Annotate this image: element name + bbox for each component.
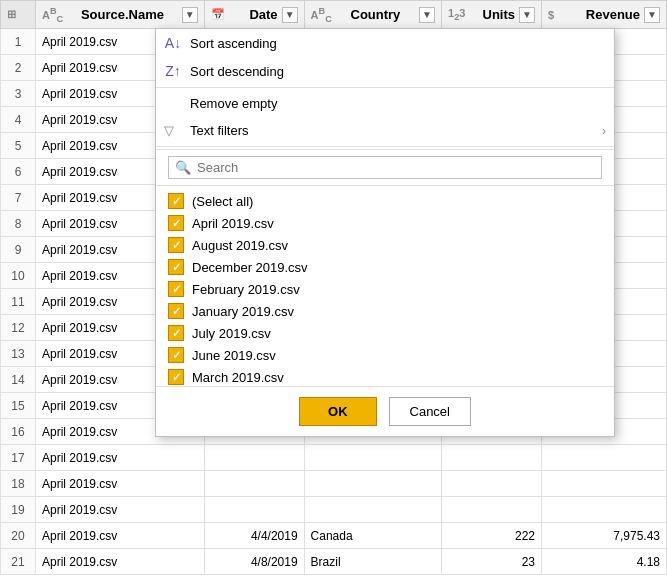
list-item[interactable]: April 2019.csv — [156, 212, 614, 234]
row-number: 18 — [1, 471, 36, 497]
select-all-item[interactable]: (Select all) — [156, 190, 614, 212]
table-row: 17 April 2019.csv — [1, 445, 667, 471]
list-item-label: February 2019.csv — [192, 282, 300, 297]
list-item-label: January 2019.csv — [192, 304, 294, 319]
source-name-label: Source.Name — [67, 7, 177, 22]
country-cell: Brazil — [304, 549, 441, 575]
country-header: ABC Country ▼ — [304, 1, 441, 29]
date-cell — [204, 445, 304, 471]
country-label: Country — [336, 7, 415, 22]
sort-descending-item[interactable]: Z↑ Sort descending — [156, 57, 614, 85]
units-cell — [442, 497, 542, 523]
sort-ascending-icon: A↓ — [164, 35, 182, 51]
divider-2 — [156, 146, 614, 147]
checkbox-list: (Select all) April 2019.csv August 2019.… — [156, 186, 614, 386]
revenue-cell — [542, 497, 667, 523]
source-type-icon: ABC — [42, 6, 63, 24]
search-input[interactable] — [197, 160, 595, 175]
source-cell: April 2019.csv — [35, 497, 204, 523]
select-all-checkbox[interactable] — [168, 193, 184, 209]
checkbox[interactable] — [168, 303, 184, 319]
search-container: 🔍 — [156, 149, 614, 186]
country-cell — [304, 497, 441, 523]
row-number: 4 — [1, 107, 36, 133]
table-row: 20 April 2019.csv 4/4/2019 Canada 222 7,… — [1, 523, 667, 549]
date-cell — [204, 497, 304, 523]
row-number: 19 — [1, 497, 36, 523]
text-filters-label: Text filters — [190, 123, 594, 138]
row-number: 8 — [1, 211, 36, 237]
select-all-label: (Select all) — [192, 194, 253, 209]
table-row: 19 April 2019.csv — [1, 497, 667, 523]
checkbox[interactable] — [168, 325, 184, 341]
row-num-header: ⊞ — [1, 1, 36, 29]
row-number: 16 — [1, 419, 36, 445]
row-number: 9 — [1, 237, 36, 263]
list-item-label: July 2019.csv — [192, 326, 271, 341]
revenue-header: $ Revenue ▼ — [542, 1, 667, 29]
date-filter-button[interactable]: ▼ — [282, 7, 298, 23]
sort-descending-label: Sort descending — [190, 64, 284, 79]
units-filter-button[interactable]: ▼ — [519, 7, 535, 23]
list-item[interactable]: January 2019.csv — [156, 300, 614, 322]
list-item-label: June 2019.csv — [192, 348, 276, 363]
row-number: 20 — [1, 523, 36, 549]
list-item-label: March 2019.csv — [192, 370, 284, 385]
sort-ascending-item[interactable]: A↓ Sort ascending — [156, 29, 614, 57]
revenue-label: Revenue — [558, 7, 640, 22]
list-item[interactable]: March 2019.csv — [156, 366, 614, 386]
date-label: Date — [229, 7, 278, 22]
table-row: 21 April 2019.csv 4/8/2019 Brazil 23 4.1… — [1, 549, 667, 575]
row-number: 13 — [1, 341, 36, 367]
cancel-button[interactable]: Cancel — [389, 397, 471, 426]
checkbox[interactable] — [168, 259, 184, 275]
list-item[interactable]: February 2019.csv — [156, 278, 614, 300]
units-header: 123 Units ▼ — [442, 1, 542, 29]
list-item[interactable]: August 2019.csv — [156, 234, 614, 256]
source-filter-button[interactable]: ▼ — [182, 7, 198, 23]
row-number: 2 — [1, 55, 36, 81]
checkbox[interactable] — [168, 369, 184, 385]
source-cell: April 2019.csv — [35, 445, 204, 471]
date-cell: 4/8/2019 — [204, 549, 304, 575]
source-cell: April 2019.csv — [35, 471, 204, 497]
units-cell: 23 — [442, 549, 542, 575]
checkbox[interactable] — [168, 281, 184, 297]
list-item-label: December 2019.csv — [192, 260, 308, 275]
text-filters-item[interactable]: ▽ Text filters › — [156, 117, 614, 144]
country-filter-button[interactable]: ▼ — [419, 7, 435, 23]
row-number: 14 — [1, 367, 36, 393]
revenue-cell — [542, 445, 667, 471]
row-number: 6 — [1, 159, 36, 185]
date-type-icon: 📅 — [211, 8, 225, 21]
row-number: 5 — [1, 133, 36, 159]
source-cell: April 2019.csv — [35, 523, 204, 549]
row-number: 15 — [1, 393, 36, 419]
source-cell: April 2019.csv — [35, 549, 204, 575]
list-item[interactable]: December 2019.csv — [156, 256, 614, 278]
table-container: ⊞ ABC Source.Name ▼ 📅 Date ▼ — [0, 0, 667, 582]
remove-empty-label: Remove empty — [190, 96, 277, 111]
country-cell — [304, 471, 441, 497]
list-item-label: August 2019.csv — [192, 238, 288, 253]
country-cell: Canada — [304, 523, 441, 549]
list-item[interactable]: June 2019.csv — [156, 344, 614, 366]
units-label: Units — [469, 7, 515, 22]
list-item[interactable]: July 2019.csv — [156, 322, 614, 344]
search-icon: 🔍 — [175, 160, 191, 175]
ok-button[interactable]: OK — [299, 397, 377, 426]
funnel-icon: ▽ — [164, 123, 182, 138]
revenue-filter-button[interactable]: ▼ — [644, 7, 660, 23]
units-cell — [442, 471, 542, 497]
list-item-label: April 2019.csv — [192, 216, 274, 231]
row-number: 21 — [1, 549, 36, 575]
revenue-type-icon: $ — [548, 9, 554, 21]
chevron-right-icon: › — [602, 124, 606, 138]
revenue-cell — [542, 471, 667, 497]
remove-empty-item[interactable]: Remove empty — [156, 90, 614, 117]
checkbox[interactable] — [168, 237, 184, 253]
checkbox[interactable] — [168, 347, 184, 363]
checkbox[interactable] — [168, 215, 184, 231]
row-number: 1 — [1, 29, 36, 55]
sort-descending-icon: Z↑ — [164, 63, 182, 79]
